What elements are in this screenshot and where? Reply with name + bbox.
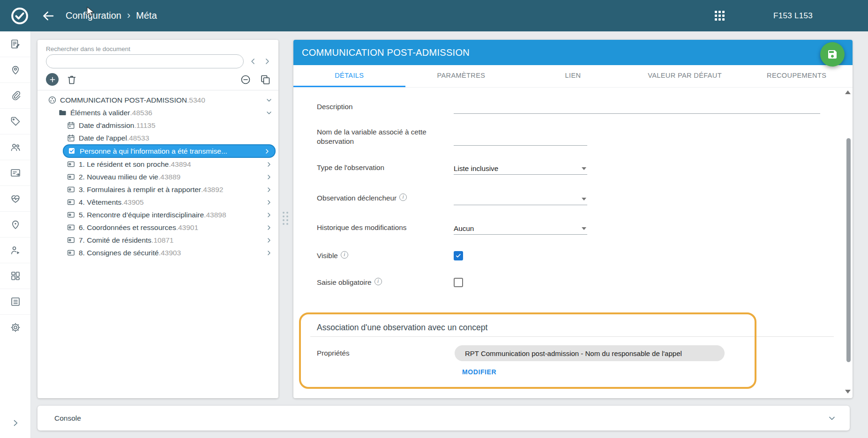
tab-parametres[interactable]: PARAMÈTRES bbox=[405, 65, 517, 87]
map-pin-icon[interactable] bbox=[0, 212, 30, 238]
required-checkbox[interactable] bbox=[454, 278, 463, 287]
tree-item-id: .48533 bbox=[127, 134, 149, 142]
option-group-icon bbox=[67, 248, 75, 257]
option-group-icon bbox=[67, 160, 75, 169]
back-arrow-icon[interactable] bbox=[41, 9, 55, 23]
description-input[interactable] bbox=[454, 102, 820, 114]
search-prev-icon[interactable] bbox=[248, 57, 258, 66]
history-select[interactable]: Aucun bbox=[454, 223, 587, 235]
tree-toolbar bbox=[37, 68, 278, 90]
add-circle-icon[interactable] bbox=[46, 73, 59, 86]
form-row-history: Historique des modifications Aucun bbox=[317, 223, 834, 235]
tree-item[interactable]: 2. Nouveau milieu de vie.43889 bbox=[37, 171, 278, 183]
tree-item[interactable]: 1. Le résident et son proche.43894 bbox=[37, 158, 278, 171]
tab-recoupements[interactable]: RECOUPEMENTS bbox=[741, 65, 853, 87]
modify-button[interactable]: MODIFIER bbox=[462, 368, 496, 376]
tree-item-label: 1. Le résident et son proche bbox=[79, 160, 169, 169]
chevron-right-icon[interactable] bbox=[265, 186, 273, 193]
option-group-icon bbox=[67, 198, 75, 207]
chevron-right-icon[interactable] bbox=[265, 211, 273, 219]
observation-type-select[interactable]: Liste inclusive bbox=[454, 163, 587, 175]
breadcrumb-section[interactable]: Configuration bbox=[66, 10, 121, 21]
console-bar[interactable]: Console bbox=[37, 406, 850, 431]
location-pin-icon[interactable] bbox=[0, 57, 30, 83]
dashboard-icon[interactable] bbox=[0, 263, 30, 289]
attachment-icon[interactable] bbox=[0, 83, 30, 109]
tree-item[interactable]: 5. Rencontre d’équipe interdisciplinaire… bbox=[37, 208, 278, 221]
tab-valeur-par-defaut[interactable]: VALEUR PAR DÉFAUT bbox=[629, 65, 741, 87]
field-label: Observation déclencheuri bbox=[317, 193, 454, 203]
form-row-required: Saisie obligatoirei bbox=[317, 278, 834, 287]
breadcrumb: Configuration › Méta bbox=[66, 10, 157, 22]
tree-item[interactable]: 6. Coordonnées et ressources.43901 bbox=[37, 221, 278, 234]
info-icon[interactable]: i bbox=[399, 193, 407, 201]
tab-details[interactable]: DÉTAILS bbox=[293, 65, 405, 87]
people-icon[interactable] bbox=[0, 134, 30, 160]
tree-item-id: .5340 bbox=[187, 96, 205, 104]
dropdown-caret-icon bbox=[582, 167, 586, 170]
form-edit-icon[interactable] bbox=[0, 31, 30, 57]
tree-item-id: .43901 bbox=[176, 223, 198, 232]
tree-item-label: 2. Nouveau milieu de vie bbox=[79, 173, 158, 181]
tag-icon[interactable] bbox=[0, 109, 30, 134]
chevron-right-icon[interactable] bbox=[265, 199, 273, 206]
chevron-down-icon[interactable] bbox=[265, 109, 273, 117]
editor-header: COMMUNICATION POST-ADMISSION bbox=[293, 40, 853, 65]
tab-lien[interactable]: LIEN bbox=[517, 65, 629, 87]
document-transfer-icon[interactable] bbox=[0, 160, 30, 186]
settings-gear-icon[interactable] bbox=[0, 315, 30, 340]
chevron-right-icon[interactable] bbox=[265, 249, 273, 257]
tree-item[interactable]: Éléments à valider.48536 bbox=[37, 106, 278, 119]
remove-circle-icon[interactable] bbox=[240, 74, 251, 85]
field-label: Historique des modifications bbox=[317, 223, 454, 232]
search-next-icon[interactable] bbox=[262, 57, 272, 66]
tree-item[interactable]: 7. Comité de résidents.10871 bbox=[37, 234, 278, 246]
list-box-icon[interactable] bbox=[0, 289, 30, 315]
apps-grid-icon[interactable] bbox=[715, 11, 725, 21]
variable-name-input[interactable] bbox=[454, 134, 587, 146]
tree-item[interactable]: COMMUNICATION POST-ADMISSION.5340 bbox=[37, 94, 278, 106]
breadcrumb-page[interactable]: Méta bbox=[136, 10, 157, 21]
chevron-right-icon[interactable] bbox=[265, 173, 273, 181]
tree-item[interactable]: Date d'admission.11135 bbox=[37, 119, 278, 132]
form-row-trigger-observation: Observation déclencheuri bbox=[317, 193, 834, 205]
info-icon[interactable]: i bbox=[374, 278, 382, 285]
tree-item-id: .10871 bbox=[151, 236, 173, 245]
panel-splitter-handle[interactable] bbox=[283, 212, 288, 225]
tree-item[interactable]: 3. Formulaires à remplir et à rapporter.… bbox=[37, 183, 278, 196]
chevron-right-icon[interactable] bbox=[263, 148, 271, 155]
scroll-up-arrow[interactable] bbox=[845, 90, 851, 94]
trigger-observation-select[interactable] bbox=[454, 193, 587, 205]
chevron-right-icon[interactable] bbox=[265, 237, 273, 244]
tree-item-selected[interactable]: Personne à qui l'information a été trans… bbox=[63, 144, 276, 158]
person-share-icon[interactable] bbox=[0, 238, 30, 263]
scroll-down-arrow[interactable] bbox=[845, 390, 851, 393]
tree-item-label: Date de l'appel bbox=[79, 134, 127, 142]
scrollbar-thumb[interactable] bbox=[846, 138, 851, 362]
tree-item-id: .43903 bbox=[159, 249, 181, 257]
rail-expand-chevron-icon[interactable] bbox=[11, 418, 20, 430]
editor-tabs: DÉTAILS PARAMÈTRES LIEN VALEUR PAR DÉFAU… bbox=[293, 65, 853, 88]
dropdown-caret-icon bbox=[582, 227, 586, 230]
console-chevron-down-icon[interactable] bbox=[827, 414, 837, 423]
chevron-down-icon[interactable] bbox=[265, 97, 273, 104]
save-button[interactable] bbox=[820, 42, 845, 67]
tree-item[interactable]: 4. Vêtements.43905 bbox=[37, 196, 278, 208]
tree-item-label: 7. Comité de résidents bbox=[79, 236, 151, 245]
duplicate-icon[interactable] bbox=[260, 74, 271, 85]
delete-icon[interactable] bbox=[66, 74, 77, 85]
info-icon[interactable]: i bbox=[341, 251, 348, 259]
chevron-right-icon[interactable] bbox=[265, 224, 273, 231]
concept-chip[interactable]: RPT Communication post-admission - Nom d… bbox=[455, 345, 725, 361]
visible-checkbox[interactable] bbox=[454, 251, 463, 260]
top-bar: Configuration › Méta F153 L153 bbox=[0, 0, 868, 31]
tree-item[interactable]: 8. Consignes de sécurité.43903 bbox=[37, 246, 278, 259]
form-row-variable-name: Nom de la variable associé à cette obser… bbox=[317, 127, 834, 146]
calendar-icon bbox=[67, 134, 75, 142]
chevron-right-icon[interactable] bbox=[265, 161, 273, 168]
search-input[interactable] bbox=[46, 54, 244, 68]
tree-item[interactable]: Date de l'appel.48533 bbox=[37, 132, 278, 144]
save-disk-icon bbox=[827, 49, 838, 60]
tree-item-id: .43905 bbox=[121, 198, 143, 207]
health-heart-icon[interactable] bbox=[0, 186, 30, 212]
